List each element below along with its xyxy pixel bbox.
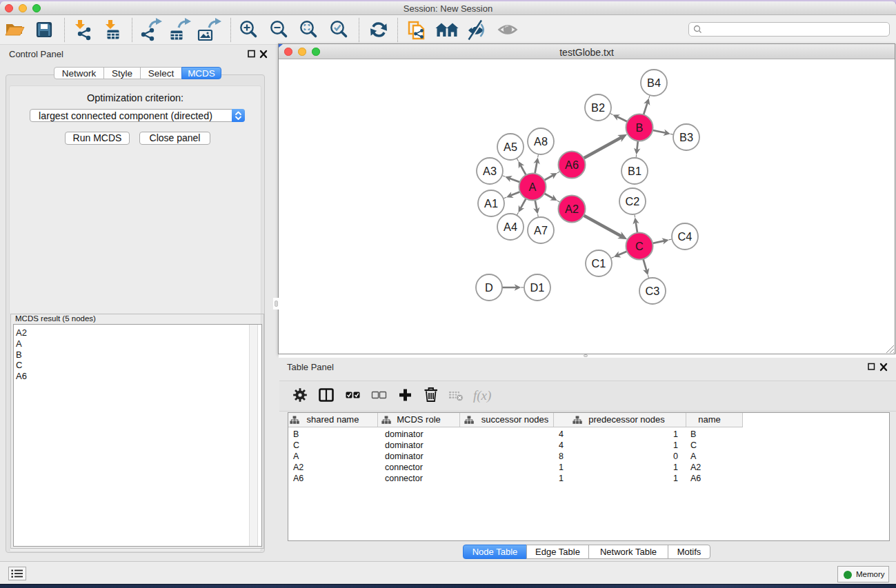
svg-text:D: D [485, 281, 493, 294]
svg-text:B: B [636, 121, 644, 134]
svg-text:A5: A5 [504, 141, 517, 153]
svg-text:C3: C3 [646, 285, 660, 297]
svg-text:A6: A6 [565, 159, 579, 171]
svg-text:B2: B2 [591, 101, 605, 114]
svg-text:B3: B3 [679, 131, 693, 143]
svg-text:A8: A8 [534, 135, 548, 148]
svg-text:A3: A3 [483, 165, 497, 177]
svg-text:C: C [635, 240, 644, 252]
svg-text:D1: D1 [530, 281, 545, 294]
svg-text:A2: A2 [565, 203, 579, 215]
svg-text:B4: B4 [647, 77, 661, 89]
svg-text:C2: C2 [626, 195, 640, 207]
svg-text:f(x): f(x) [473, 388, 491, 403]
svg-text:A: A [529, 181, 537, 193]
svg-text:C4: C4 [678, 230, 693, 243]
svg-text:C1: C1 [592, 257, 606, 270]
svg-text:A1: A1 [484, 197, 498, 210]
svg-text:A7: A7 [534, 224, 548, 236]
svg-text:A4: A4 [504, 221, 517, 233]
svg-text:B1: B1 [628, 165, 641, 177]
